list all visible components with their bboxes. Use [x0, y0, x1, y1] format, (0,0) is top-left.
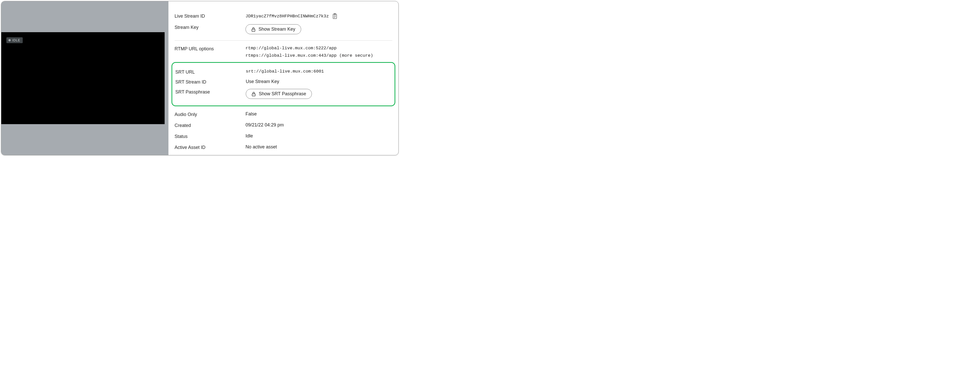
label-audio-only: Audio Only [175, 111, 245, 117]
label-active-asset-id: Active Asset ID [175, 144, 245, 150]
row-rtmp-url-options: RTMP URL options rtmp://global-live.mux.… [175, 43, 392, 61]
value-status: Idle [245, 133, 253, 139]
show-srt-passphrase-button[interactable]: Show SRT Passphrase [246, 89, 312, 99]
value-created: 09/21/22 04:29 pm [245, 122, 284, 128]
show-srt-passphrase-label: Show SRT Passphrase [259, 91, 306, 97]
copy-live-stream-id-button[interactable] [332, 13, 338, 19]
label-created: Created [175, 122, 245, 128]
srt-section-highlighted: SRT URL srt://global-live.mux.com:6001 S… [172, 62, 395, 106]
row-srt-url: SRT URL srt://global-live.mux.com:6001 [175, 67, 392, 77]
clipboard-icon [332, 13, 337, 19]
label-srt-url: SRT URL [175, 69, 246, 75]
label-live-stream-id: Live Stream ID [175, 13, 245, 19]
status-dot-icon [8, 39, 11, 42]
stream-info-panel: Live Stream ID JDR1yacZ7fMvz8HFPHBnCINWH… [169, 1, 398, 155]
row-status: Status Idle [175, 131, 392, 142]
lock-icon [251, 92, 256, 96]
player-status-text: IDLE [12, 38, 20, 42]
row-stream-key: Stream Key Show Stream Key [175, 22, 392, 37]
row-active-asset-id: Active Asset ID No active asset [175, 142, 392, 153]
value-srt-stream-id: Use Stream Key [246, 79, 279, 84]
label-stream-key: Stream Key [175, 24, 245, 30]
player-status-badge: IDLE [6, 37, 23, 43]
row-srt-passphrase: SRT Passphrase Show SRT Passphrase [175, 87, 392, 101]
label-status: Status [175, 133, 245, 139]
value-active-asset-id: No active asset [245, 144, 277, 150]
label-srt-stream-id: SRT Stream ID [175, 79, 246, 85]
row-audio-only: Audio Only False [175, 109, 392, 120]
row-srt-stream-id: SRT Stream ID Use Stream Key [175, 77, 392, 87]
row-created: Created 09/21/22 04:29 pm [175, 120, 392, 131]
svg-point-8 [253, 94, 254, 95]
value-audio-only: False [245, 111, 257, 117]
divider-1 [175, 40, 392, 41]
svg-point-6 [253, 30, 254, 30]
show-stream-key-label: Show Stream Key [259, 27, 295, 32]
value-rtmp-url-2: rtmps://global-live.mux.com:443/app (mor… [245, 53, 373, 58]
label-srt-passphrase: SRT Passphrase [175, 89, 246, 95]
row-live-stream-id: Live Stream ID JDR1yacZ7fMvz8HFPHBnCINWH… [175, 11, 392, 22]
value-srt-url: srt://global-live.mux.com:6001 [246, 69, 324, 74]
stream-detail-panel: IDLE Live Stream ID JDR1yacZ7fMvz8HFPHBn… [1, 1, 399, 155]
label-rtmp-url-options: RTMP URL options [175, 46, 245, 52]
show-stream-key-button[interactable]: Show Stream Key [245, 24, 301, 34]
video-player[interactable]: IDLE [1, 32, 165, 124]
value-live-stream-id: JDR1yacZ7fMvz8HFPHBnCINWHmCz7k3z [245, 14, 329, 19]
player-panel: IDLE [1, 1, 169, 155]
lock-icon [251, 27, 256, 32]
value-rtmp-url-1: rtmp://global-live.mux.com:5222/app [245, 46, 337, 51]
